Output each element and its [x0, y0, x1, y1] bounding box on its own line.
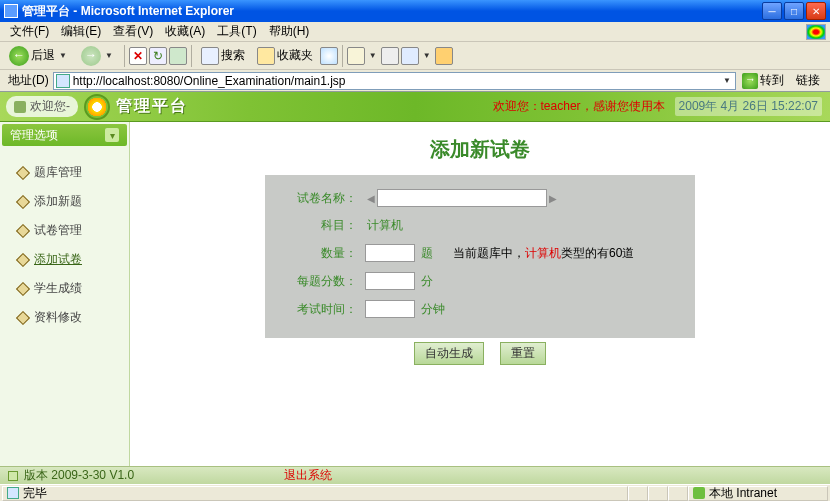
go-icon — [742, 73, 758, 89]
minimize-button[interactable]: ─ — [762, 2, 782, 20]
window-titlebar: 管理平台 - Microsoft Internet Explorer ─ □ ✕ — [0, 0, 830, 22]
separator — [124, 45, 125, 67]
star-icon — [257, 47, 275, 65]
close-button[interactable]: ✕ — [806, 2, 826, 20]
chevron-down-icon[interactable]: ▼ — [367, 51, 379, 60]
count-hint: 当前题库中，计算机类型的有60道 — [453, 245, 634, 262]
clock: 2009年 4月 26日 15:22:07 — [675, 97, 822, 116]
history-icon[interactable] — [320, 47, 338, 65]
nav-list: 题库管理 添加新题 试卷管理 添加试卷 学生成绩 资料修改 — [0, 148, 129, 332]
version-label: 版本 2009-3-30 V1.0 — [24, 467, 134, 484]
caret-left-icon: ◀ — [365, 193, 377, 204]
sidebar-item-add-question[interactable]: 添加新题 — [18, 187, 129, 216]
generate-button[interactable]: 自动生成 — [414, 342, 484, 365]
go-button[interactable]: 转到 — [736, 72, 790, 89]
logout-link[interactable]: 退出系统 — [284, 467, 332, 484]
search-button[interactable]: 搜索 — [196, 44, 250, 68]
sidebar-header[interactable]: 管理选项 ▾ — [2, 124, 127, 146]
app-banner: 欢迎您- 管理平台 欢迎您：teacher，感谢您使用本 2009年 4月 26… — [0, 92, 830, 122]
window-title: 管理平台 - Microsoft Internet Explorer — [22, 3, 762, 20]
menu-edit[interactable]: 编辑(E) — [55, 21, 107, 42]
sidebar-header-label: 管理选项 — [10, 127, 58, 144]
page-icon — [56, 74, 70, 88]
score-input[interactable] — [365, 272, 415, 290]
forward-button[interactable]: ▼ — [76, 43, 120, 69]
maximize-button[interactable]: □ — [784, 2, 804, 20]
forward-icon — [81, 46, 101, 66]
expand-icon[interactable] — [8, 471, 18, 481]
toolbar: 后退 ▼ ▼ ✕ ↻ 搜索 收藏夹 ▼ ▼ — [0, 42, 830, 70]
label-time: 考试时间： — [275, 301, 365, 318]
links-label[interactable]: 链接 — [790, 72, 826, 89]
count-unit: 题 — [419, 245, 433, 262]
collapse-icon[interactable]: ▾ — [105, 128, 119, 142]
sidebar-item-label: 添加新题 — [34, 193, 82, 210]
status-cell — [648, 486, 668, 501]
label-score: 每题分数： — [275, 273, 365, 290]
user-greeting: 欢迎您：teacher，感谢您使用本 — [493, 98, 665, 115]
address-bar: 地址(D) http://localhost:8080/Online_Exami… — [0, 70, 830, 92]
sidebar-item-label: 学生成绩 — [34, 280, 82, 297]
url-field[interactable]: http://localhost:8080/Online_Examination… — [53, 72, 736, 90]
address-label: 地址(D) — [4, 72, 53, 89]
welcome-text: 欢迎您- — [30, 98, 70, 115]
search-label: 搜索 — [221, 47, 245, 64]
status-cell — [628, 486, 648, 501]
print-icon[interactable] — [381, 47, 399, 65]
caret-right-icon: ▶ — [547, 193, 559, 204]
chevron-down-icon[interactable]: ▼ — [721, 76, 733, 85]
bullet-icon — [16, 281, 30, 295]
messenger-icon[interactable] — [435, 47, 453, 65]
menu-help[interactable]: 帮助(H) — [263, 21, 316, 42]
separator — [191, 45, 192, 67]
chevron-down-icon: ▼ — [57, 51, 69, 60]
menu-bar: 文件(F) 编辑(E) 查看(V) 收藏(A) 工具(T) 帮助(H) — [0, 22, 830, 42]
menu-view[interactable]: 查看(V) — [107, 21, 159, 42]
reset-button[interactable]: 重置 — [500, 342, 546, 365]
sidebar-item-add-paper[interactable]: 添加试卷 — [18, 245, 129, 274]
sidebar-item-edit-info[interactable]: 资料修改 — [18, 303, 129, 332]
sidebar-item-label: 添加试卷 — [34, 251, 82, 268]
mail-icon[interactable] — [347, 47, 365, 65]
sidebar-item-paper-manage[interactable]: 试卷管理 — [18, 216, 129, 245]
menu-favorites[interactable]: 收藏(A) — [159, 21, 211, 42]
menu-file[interactable]: 文件(F) — [4, 21, 55, 42]
refresh-icon[interactable]: ↻ — [149, 47, 167, 65]
form-buttons: 自动生成 重置 — [130, 342, 830, 365]
count-input[interactable] — [365, 244, 415, 262]
page-icon — [7, 487, 19, 499]
sidebar-item-question-bank[interactable]: 题库管理 — [18, 158, 129, 187]
search-icon — [201, 47, 219, 65]
sidebar: 管理选项 ▾ 题库管理 添加新题 试卷管理 添加试卷 学生成绩 资料修改 — [0, 122, 130, 466]
zone-icon — [693, 487, 705, 499]
sidebar-item-student-score[interactable]: 学生成绩 — [18, 274, 129, 303]
user-icon — [14, 101, 26, 113]
back-label: 后退 — [31, 47, 55, 64]
body: 管理选项 ▾ 题库管理 添加新题 试卷管理 添加试卷 学生成绩 资料修改 添加新… — [0, 122, 830, 466]
url-text: http://localhost:8080/Online_Examination… — [73, 74, 721, 88]
chevron-down-icon[interactable]: ▼ — [421, 51, 433, 60]
bullet-icon — [16, 310, 30, 324]
paper-name-input[interactable] — [377, 189, 547, 207]
page-title: 添加新试卷 — [130, 136, 830, 163]
status-bar: 完毕 本地 Intranet — [0, 484, 830, 501]
go-label: 转到 — [760, 72, 784, 89]
time-unit: 分钟 — [419, 301, 445, 318]
back-button[interactable]: 后退 ▼ — [4, 43, 74, 69]
favorites-button[interactable]: 收藏夹 — [252, 44, 318, 68]
status-text: 完毕 — [2, 486, 628, 501]
edit-icon[interactable] — [401, 47, 419, 65]
time-input[interactable] — [365, 300, 415, 318]
home-icon[interactable] — [169, 47, 187, 65]
content: 添加新试卷 试卷名称： ◀ ▶ 科目： 计算机 数量： 题 当前题库中，计算机类… — [130, 122, 830, 466]
status-cell — [668, 486, 688, 501]
sidebar-item-label: 资料修改 — [34, 309, 82, 326]
label-name: 试卷名称： — [275, 190, 365, 207]
score-unit: 分 — [419, 273, 433, 290]
menu-tools[interactable]: 工具(T) — [211, 21, 262, 42]
app-footer: 版本 2009-3-30 V1.0 退出系统 — [0, 466, 830, 484]
brand-logo-icon — [84, 94, 110, 120]
security-zone: 本地 Intranet — [688, 486, 828, 501]
stop-icon[interactable]: ✕ — [129, 47, 147, 65]
bullet-icon — [16, 165, 30, 179]
